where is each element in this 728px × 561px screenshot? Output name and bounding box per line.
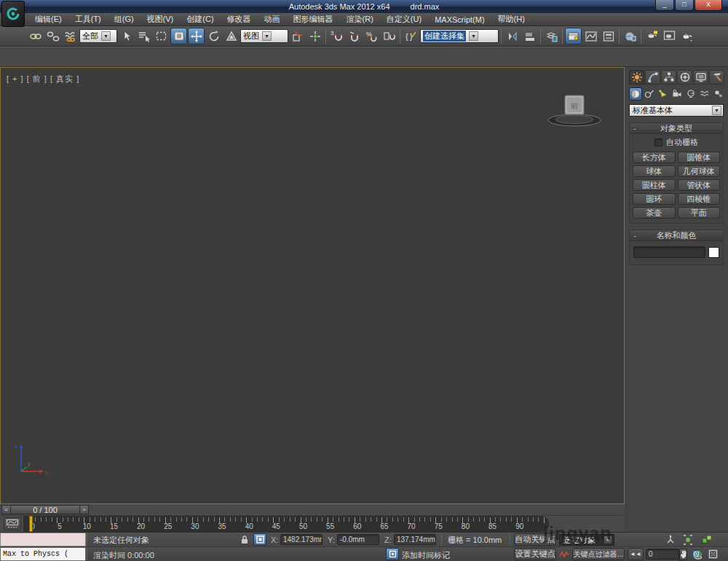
pan-view-icon[interactable] [677, 548, 690, 560]
ref-coord-dropdown[interactable]: 视图▼ [240, 29, 288, 43]
menu-edit[interactable]: 编辑(E) [29, 12, 68, 26]
maxscript-mini-listener[interactable] [0, 533, 86, 546]
window-crossing-toggle-icon[interactable] [170, 28, 187, 44]
set-key-button[interactable]: 设置关键点 [514, 548, 556, 560]
title-bar[interactable]: Autodesk 3ds Max 2012 x64 drd.max [0, 0, 728, 13]
menu-tools[interactable]: 工具(T) [69, 12, 107, 26]
minimize-button[interactable]: _ [655, 0, 674, 11]
viewcube[interactable]: 前 [545, 90, 604, 128]
y-coord-field[interactable]: -0.0mm [337, 534, 379, 545]
unlink-selection-icon[interactable] [44, 28, 61, 44]
3dsmax-logo-icon[interactable] [1, 1, 25, 27]
menu-graph-editors[interactable]: 图形编辑器 [288, 12, 339, 26]
helpers-subtab[interactable] [684, 87, 697, 101]
geometry-subtab[interactable] [629, 87, 642, 101]
graphite-ribbon-toggle-icon[interactable] [565, 28, 582, 44]
spinner-snap-icon[interactable] [381, 28, 397, 44]
render-setup-icon[interactable] [644, 28, 660, 44]
shapes-subtab[interactable] [643, 87, 656, 101]
object-color-swatch[interactable] [708, 247, 719, 258]
autogrid-checkbox[interactable] [654, 138, 662, 146]
cameras-subtab[interactable] [670, 87, 684, 101]
lights-subtab[interactable] [657, 87, 670, 101]
time-tag-icon[interactable] [386, 548, 399, 560]
auto-key-button[interactable]: 自动关键点 [514, 533, 556, 546]
menu-views[interactable]: 视图(V) [141, 12, 180, 26]
viewport-label[interactable]: [ + ] [ 前 ] [ 真实 ] [7, 74, 79, 85]
systems-subtab[interactable] [712, 87, 725, 101]
menu-maxscript[interactable]: MAXScript(M) [429, 14, 490, 26]
zoom-extents-selected-icon[interactable] [681, 533, 695, 546]
schematic-view-icon[interactable] [600, 28, 617, 44]
use-pivot-center-icon[interactable] [289, 28, 306, 44]
maximize-viewport-toggle-icon[interactable] [706, 548, 719, 560]
zoom-extents-icon[interactable] [664, 533, 677, 546]
maxscript-listener-button[interactable]: Max to Physcs ( [0, 547, 86, 561]
bind-to-spacewarp-icon[interactable] [62, 28, 79, 44]
menu-customize[interactable]: 自定义(U) [381, 12, 427, 26]
orbit-icon[interactable] [692, 548, 705, 560]
select-object-icon[interactable] [118, 28, 135, 44]
current-frame-marker[interactable] [29, 516, 33, 532]
collapse-icon[interactable]: - [630, 124, 640, 133]
tube-button[interactable]: 管状体 [678, 179, 721, 191]
x-coord-field[interactable]: 1482.173mm [280, 534, 323, 545]
menu-animation[interactable]: 动画 [258, 12, 286, 26]
box-button[interactable]: 长方体 [633, 152, 676, 163]
track-bar-ruler[interactable]: 051015202530354045505560657075808590 [23, 516, 549, 532]
selected-filter-dropdown[interactable]: 选定对象 ▼ [559, 534, 614, 546]
z-coord-field[interactable]: 137.174mm [394, 534, 436, 545]
add-time-tag-label[interactable]: 添加时间标记 [402, 550, 450, 561]
track-bar[interactable]: 051015202530354045505560657075808590 [0, 516, 625, 532]
select-scale-icon[interactable] [223, 28, 240, 44]
select-move-icon[interactable] [188, 28, 205, 44]
front-viewport[interactable]: [ + ] [ 前 ] [ 真实 ] 前 x y z [0, 67, 625, 504]
selection-filter-dropdown[interactable]: 全部▼ [79, 29, 117, 43]
material-editor-icon[interactable] [622, 28, 638, 44]
menu-create[interactable]: 创建(C) [181, 12, 219, 26]
primitive-category-dropdown[interactable]: 标准基本体 ▼ [629, 104, 724, 117]
sphere-button[interactable]: 球体 [633, 165, 676, 177]
object-name-input[interactable] [633, 246, 705, 258]
cone-button[interactable]: 圆锥体 [678, 152, 721, 163]
percent-snap-icon[interactable]: % [363, 28, 380, 44]
pyramid-button[interactable]: 四棱锥 [678, 193, 721, 205]
menu-help[interactable]: 帮助(H) [492, 12, 531, 26]
go-to-start-button[interactable]: ◄◄ [628, 548, 644, 560]
mini-curve-editor-button[interactable] [4, 517, 21, 530]
previous-frame-button[interactable]: < [1, 505, 11, 514]
rect-selection-region-icon[interactable] [153, 28, 170, 44]
viewport-label-text[interactable]: [ + ] [ 前 ] [ 真实 ] [7, 74, 79, 83]
collapsed-ribbon-strip[interactable] [0, 47, 728, 67]
modify-tab[interactable] [645, 70, 660, 85]
layer-manager-icon[interactable] [543, 28, 560, 44]
key-filters-curve-icon[interactable] [558, 548, 571, 560]
maximize-button[interactable]: □ [675, 0, 694, 11]
curve-editor-icon[interactable] [582, 28, 599, 44]
menu-group[interactable]: 组(G) [108, 12, 140, 26]
render-production-icon[interactable] [678, 28, 695, 44]
menu-rendering[interactable]: 渲染(R) [341, 12, 379, 26]
key-filters-button[interactable]: 关键点过滤器... [572, 548, 625, 560]
cylinder-button[interactable]: 圆柱体 [633, 179, 676, 191]
display-tab[interactable] [693, 70, 708, 85]
collapse-icon[interactable]: - [630, 231, 640, 240]
selection-lock-icon[interactable] [238, 533, 251, 546]
close-button[interactable]: X [695, 0, 722, 11]
rendered-frame-window-icon[interactable] [661, 28, 678, 44]
next-frame-button[interactable]: > [79, 505, 89, 514]
motion-tab[interactable] [677, 70, 692, 85]
name-color-rollout-header[interactable]: - 名称和颜色 [630, 230, 723, 241]
time-slider-handle[interactable]: < 0 / 100 > [1, 505, 89, 514]
select-and-link-icon[interactable] [27, 28, 44, 44]
plane-button[interactable]: 平面 [678, 207, 721, 219]
select-by-name-icon[interactable] [135, 28, 152, 44]
edit-named-selections-icon[interactable]: {} [403, 28, 419, 44]
absolute-mode-toggle-icon[interactable] [253, 533, 266, 546]
select-rotate-icon[interactable] [205, 28, 222, 44]
named-selection-sets-dropdown[interactable]: 创建选择集▼ [420, 29, 499, 43]
mirror-icon[interactable] [504, 28, 521, 44]
zoom-extents-all-icon[interactable] [700, 533, 713, 546]
select-manipulate-icon[interactable] [306, 28, 323, 44]
angle-snap-icon[interactable] [346, 28, 363, 44]
